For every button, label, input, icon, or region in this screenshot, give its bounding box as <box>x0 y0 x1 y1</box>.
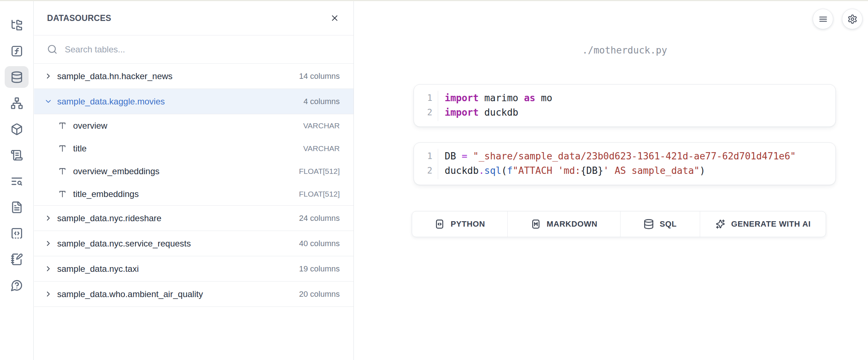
panel-title: DATASOURCES <box>47 13 111 23</box>
function-square-icon <box>10 45 23 57</box>
add-cell-sql-button[interactable]: SQL <box>621 211 700 237</box>
add-cell-python-button[interactable]: PYTHON <box>412 211 508 237</box>
line-number-gutter: 12 <box>414 91 438 121</box>
folder-tree-icon <box>10 19 23 31</box>
database-icon <box>10 71 23 83</box>
add-cell-markdown-button[interactable]: MARKDOWN <box>508 211 621 237</box>
chevron-right-icon <box>44 239 52 248</box>
sidebar-item-folder-tree[interactable] <box>5 14 29 36</box>
table-name: sample_data.who.ambient_air_quality <box>57 289 203 299</box>
box-icon <box>10 123 23 136</box>
chevron-right-icon <box>44 290 52 298</box>
table-name: sample_data.kaggle.movies <box>57 97 165 107</box>
search-input[interactable] <box>65 44 340 55</box>
table-column-count: 14 columns <box>299 72 340 81</box>
file-text-icon <box>10 201 23 214</box>
search-row <box>34 35 353 64</box>
type-icon <box>58 121 67 130</box>
table-column-count: 24 columns <box>299 214 340 223</box>
column-list: overviewVARCHARtitleVARCHARoverview_embe… <box>34 114 353 206</box>
sidebar-item-scroll-text[interactable] <box>5 144 29 166</box>
chevron-down-icon <box>44 97 52 106</box>
add-cell-button-label: GENERATE WITH AI <box>731 219 811 229</box>
code-square-dashed-icon <box>10 227 23 240</box>
column-name: overview_embeddings <box>73 166 160 176</box>
table-row[interactable]: sample_data.hn.hacker_news14 columns <box>34 64 353 89</box>
column-row[interactable]: overview_embeddingsFLOAT[512] <box>34 160 353 183</box>
code-cell-2: 12 DB = "_share/sample_data/23b0d623-136… <box>414 142 836 185</box>
column-name: title <box>73 143 86 154</box>
menu-button[interactable] <box>813 9 833 29</box>
code-square-icon <box>434 219 445 230</box>
column-row[interactable]: title_embeddingsFLOAT[512] <box>34 183 353 205</box>
table-column-count: 19 columns <box>299 264 340 274</box>
chevron-right-icon <box>44 265 52 273</box>
line-number: 1 <box>414 91 432 105</box>
sidebar-item-list-search[interactable] <box>5 170 29 192</box>
table-list: sample_data.hn.hacker_news14 columnssamp… <box>34 64 353 307</box>
header-actions <box>813 9 863 29</box>
chevron-right-icon <box>44 72 52 80</box>
notebook-pen-icon <box>10 253 23 266</box>
sidebar-item-database[interactable] <box>5 66 29 88</box>
scroll-text-icon <box>10 149 23 162</box>
table-row[interactable]: sample_data.nyc.taxi19 columns <box>34 256 353 282</box>
close-icon <box>330 13 339 23</box>
list-search-icon <box>10 175 23 188</box>
column-type: FLOAT[512] <box>299 167 340 176</box>
column-type: VARCHAR <box>303 144 340 153</box>
add-cell-bar: PYTHONMARKDOWNSQLGENERATE WITH AI <box>412 211 826 237</box>
column-type: FLOAT[512] <box>299 190 340 198</box>
window-top-edge <box>0 0 868 1</box>
line-number: 1 <box>414 149 432 163</box>
table-row[interactable]: sample_data.kaggle.movies4 columns <box>34 89 353 114</box>
sparkles-icon <box>715 219 726 230</box>
activity-bar <box>0 1 34 360</box>
sidebar-item-function-square[interactable] <box>5 40 29 62</box>
sidebar-item-message-question[interactable] <box>5 274 29 296</box>
table-name: sample_data.hn.hacker_news <box>57 71 173 81</box>
type-icon <box>58 167 67 176</box>
code-cell-1: 12 import marimo as moimport duckdb <box>414 84 836 127</box>
table-row[interactable]: sample_data.nyc.service_requests40 colum… <box>34 231 353 256</box>
network-icon <box>10 97 23 110</box>
column-type: VARCHAR <box>303 121 340 130</box>
datasources-panel: DATASOURCES sample_data.hn.hacker_news14… <box>34 1 354 360</box>
type-icon <box>58 144 67 153</box>
column-row[interactable]: overviewVARCHAR <box>34 114 353 137</box>
add-cell-button-label: PYTHON <box>450 219 485 229</box>
message-question-icon <box>10 279 23 292</box>
database-icon <box>643 219 654 230</box>
close-panel-button[interactable] <box>327 10 343 26</box>
notebook-area: ./motherduck.py 12 import marimo as moim… <box>354 1 868 360</box>
code-line: DB = "_share/sample_data/23b0d623-1361-4… <box>445 149 835 163</box>
table-row[interactable]: sample_data.who.ambient_air_quality20 co… <box>34 282 353 307</box>
line-number-gutter: 12 <box>414 149 438 179</box>
sidebar-item-notebook-pen[interactable] <box>5 248 29 270</box>
table-row[interactable]: sample_data.nyc.rideshare24 columns <box>34 206 353 231</box>
panel-header: DATASOURCES <box>34 1 353 35</box>
gear-icon <box>847 14 858 24</box>
add-cell-button-label: SQL <box>660 219 677 229</box>
column-row[interactable]: titleVARCHAR <box>34 137 353 160</box>
search-icon <box>47 44 58 55</box>
table-name: sample_data.nyc.rideshare <box>57 213 161 223</box>
add-cell-generate-with-ai-button[interactable]: GENERATE WITH AI <box>700 211 826 237</box>
table-column-count: 20 columns <box>299 290 340 299</box>
chevron-right-icon <box>44 214 52 222</box>
table-column-count: 40 columns <box>299 239 340 248</box>
column-name: overview <box>73 121 107 131</box>
square-m-icon <box>530 219 541 230</box>
sidebar-item-box[interactable] <box>5 118 29 140</box>
sidebar-item-network[interactable] <box>5 92 29 114</box>
sidebar-item-file-text[interactable] <box>5 196 29 218</box>
code-editor[interactable]: DB = "_share/sample_data/23b0d623-1361-4… <box>438 149 835 179</box>
type-icon <box>58 189 67 198</box>
menu-icon <box>818 14 828 24</box>
sidebar-item-code-square-dashed[interactable] <box>5 222 29 244</box>
settings-button[interactable] <box>842 9 863 29</box>
code-line: duckdb.sql(f"ATTACH 'md:{DB}' AS sample_… <box>445 163 835 178</box>
code-editor[interactable]: import marimo as moimport duckdb <box>438 91 835 121</box>
table-name: sample_data.nyc.taxi <box>57 264 139 274</box>
line-number: 2 <box>414 105 432 120</box>
